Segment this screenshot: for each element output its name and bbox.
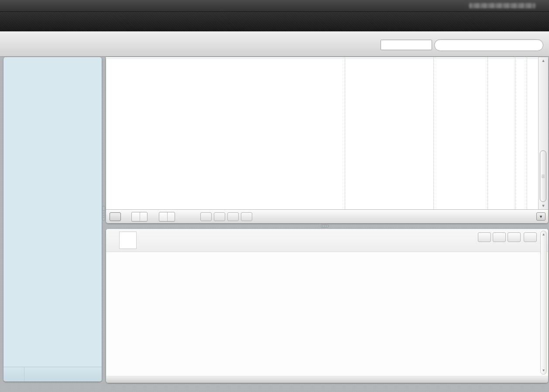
sidebar-footer (3, 367, 102, 382)
message-body (110, 256, 536, 375)
message-preview-panel: ▲ ▼ (106, 229, 548, 383)
folder-actions-button[interactable] (3, 367, 24, 382)
list-view-toggle-button[interactable] (110, 212, 121, 221)
updown-caret-icon (140, 212, 147, 221)
collapse-preview-button[interactable]: ▼ (536, 212, 546, 221)
message-list-scrollbar[interactable]: ▲ ▼ (538, 57, 548, 209)
topbar (0, 0, 549, 12)
forward-button[interactable] (508, 232, 521, 242)
next-page-button[interactable] (227, 212, 239, 221)
search-box (434, 39, 543, 51)
open-in-new-window-button[interactable] (524, 232, 537, 242)
reply-all-button[interactable] (493, 232, 506, 242)
banner (0, 12, 549, 31)
prev-page-button[interactable] (214, 212, 225, 221)
reply-button[interactable] (478, 232, 491, 242)
search-scope-select[interactable] (381, 40, 432, 50)
topbar-right (469, 3, 543, 8)
last-page-button[interactable] (241, 212, 252, 221)
folder-sidebar (3, 57, 102, 382)
sender-avatar (119, 232, 137, 249)
roundcube-app: ▲ ▼ ▼ (0, 0, 549, 392)
horizontal-splitter-handle[interactable] (321, 225, 329, 228)
scroll-up-arrow[interactable]: ▲ (541, 232, 546, 237)
first-page-button[interactable] (200, 212, 212, 221)
pagination (200, 212, 252, 221)
search-input[interactable] (441, 42, 538, 48)
threads-mode-dropdown[interactable] (159, 212, 175, 222)
username-redacted (469, 3, 535, 8)
message-header (106, 229, 548, 252)
message-list-footer: ▼ (106, 209, 548, 223)
message-list-panel: ▲ ▼ ▼ (106, 57, 548, 223)
scroll-down-arrow[interactable]: ▼ (541, 368, 546, 373)
message-row-partial[interactable] (106, 57, 538, 59)
scrollbar-thumb[interactable] (540, 150, 546, 202)
message-actions (478, 232, 521, 242)
scroll-up-arrow[interactable]: ▲ (539, 58, 548, 63)
select-dropdown[interactable] (131, 212, 148, 222)
message-list (106, 57, 538, 209)
vertical-splitter-handle[interactable] (102, 206, 105, 221)
scroll-down-arrow[interactable]: ▼ (539, 203, 548, 208)
toolbar (0, 31, 549, 57)
preview-scrollbar[interactable]: ▲ ▼ (540, 231, 547, 375)
preview-footer-strip (106, 376, 548, 383)
updown-caret-icon (167, 212, 175, 221)
